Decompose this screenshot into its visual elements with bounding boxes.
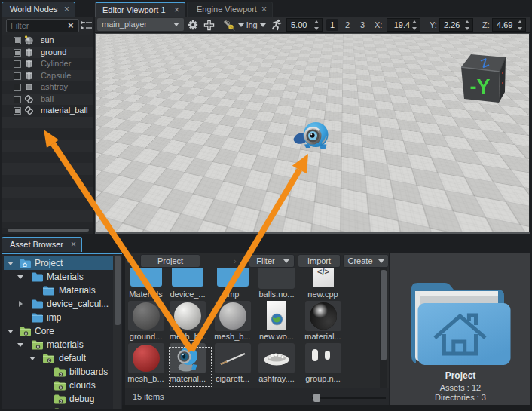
svg-text:-Y: -Y: [470, 75, 491, 98]
